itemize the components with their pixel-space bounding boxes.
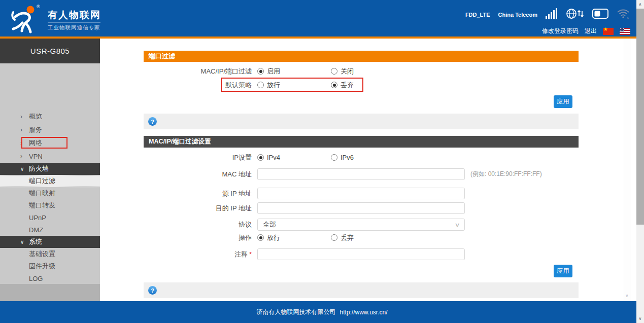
chevron-right-icon: ›: [20, 126, 22, 133]
row-protocol: 协议 全部 ∨: [144, 219, 579, 231]
sidebar-item-port-filter[interactable]: 端口过滤: [0, 175, 100, 187]
row-ip-setting: IP设置 IPv4 IPv6: [144, 152, 579, 163]
required-asterisk: *: [249, 250, 252, 258]
destination-ip-input[interactable]: [257, 202, 465, 214]
radio-icon[interactable]: [257, 234, 264, 241]
row-comment: 注释*: [144, 248, 579, 260]
scroll-up-button[interactable]: ∧: [636, 0, 644, 9]
logout-link[interactable]: 退出: [585, 27, 597, 35]
sidebar-item-firmware-upgrade[interactable]: 固件升级: [0, 260, 100, 272]
row-source-ip: 源 IP 地址: [144, 188, 579, 199]
chevron-down-icon: ∨: [20, 166, 24, 172]
scroll-down-button[interactable]: ∨: [636, 314, 644, 323]
sidebar: USR-G805 › 概览 › 服务 › 网络 › VPN ∨ 防火墙 端口过滤…: [0, 39, 100, 301]
radio-disable[interactable]: 关闭: [331, 67, 404, 76]
sidebar-item-vpn[interactable]: › VPN: [0, 150, 100, 163]
flag-star-icon: ★: [603, 26, 608, 32]
window-scrollbar[interactable]: ∧ ∨: [636, 0, 644, 323]
radio-accept[interactable]: 放行: [257, 81, 331, 90]
radio-icon[interactable]: [257, 82, 264, 88]
registered-mark: ®: [37, 4, 40, 9]
sidebar-item-upnp[interactable]: UPnP: [0, 211, 100, 224]
sidebar-item-services[interactable]: › 服务: [0, 123, 100, 136]
protocol-select[interactable]: 全部 ∨: [257, 219, 465, 231]
globe-data-icon: [566, 8, 584, 21]
sidebar-item-network[interactable]: › 网络: [0, 136, 100, 150]
row-destination-ip: 目的 IP 地址: [144, 202, 579, 214]
flag-canton: [620, 28, 624, 31]
brand-title: 有人物联网: [48, 9, 101, 22]
router-admin-page: ® 有人物联网 工业物联网通信专家 FDD_LTE China Telecom: [0, 0, 644, 323]
sidebar-group-firewall[interactable]: ∨ 防火墙: [0, 163, 100, 175]
radio-action-accept[interactable]: 放行: [257, 233, 331, 242]
sidebar-item-port-mapping[interactable]: 端口映射: [0, 187, 100, 199]
sidebar-item-basic-settings[interactable]: 基础设置: [0, 248, 100, 260]
device-name: USR-G805: [0, 39, 100, 63]
chevron-down-icon: ∨: [20, 239, 24, 245]
footer-company: 济南有人物联网技术有限公司: [256, 308, 335, 316]
help-bar-filter: ?: [144, 114, 579, 129]
radio-icon[interactable]: [257, 68, 264, 75]
radio-drop[interactable]: 丢弃: [331, 81, 404, 90]
carrier-label: China Telecom: [498, 12, 537, 18]
radio-ipv4[interactable]: IPv4: [257, 154, 331, 161]
top-header: ® 有人物联网 工业物联网通信专家 FDD_LTE China Telecom: [0, 0, 644, 37]
chevron-down-icon: ∨: [454, 222, 460, 228]
footer-url: http://www.usr.cn/: [340, 309, 387, 316]
row-mac-ip-port-filter: MAC/IP/端口过滤 启用 关闭: [144, 65, 579, 77]
help-bar-settings: ?: [144, 282, 579, 298]
section-title-port-filter: 端口过滤: [144, 51, 579, 62]
scrollbar-thumb[interactable]: [636, 9, 644, 225]
status-row: FDD_LTE China Telecom: [465, 8, 630, 21]
apply-button-settings[interactable]: 应用: [554, 265, 572, 277]
brand-subtitle: 工业物联网通信专家: [48, 22, 100, 31]
account-row: 修改登录密码 退出 ★: [542, 27, 630, 35]
sidebar-item-log[interactable]: LOG: [0, 272, 100, 284]
row-mac-address: MAC 地址 (例如: 00:1E:90:FF:FF:FF): [144, 168, 579, 180]
svg-text:x: x: [627, 15, 629, 19]
source-ip-input[interactable]: [257, 188, 465, 199]
mac-address-hint: (例如: 00:1E:90:FF:FF:FF): [470, 170, 542, 178]
comment-input[interactable]: [257, 248, 465, 260]
radio-icon[interactable]: [331, 154, 337, 161]
chevron-right-icon: ›: [20, 113, 22, 120]
chevron-right-icon: ›: [20, 152, 22, 160]
row-default-policy: 默认策略 放行 丢弃: [144, 79, 579, 91]
english-language-flag[interactable]: [620, 28, 630, 35]
section-title-filter-settings: MAC/IP/端口过滤设置: [144, 136, 579, 148]
sim-card-icon: [592, 9, 608, 21]
radio-icon[interactable]: [331, 234, 337, 241]
chevron-right-icon: ›: [20, 139, 22, 147]
footer: 济南有人物联网技术有限公司 http://www.usr.cn/: [0, 301, 644, 323]
help-icon[interactable]: ?: [148, 117, 157, 126]
signal-bars-icon: [546, 8, 558, 21]
help-icon[interactable]: ?: [148, 286, 157, 295]
sidebar-group-system[interactable]: ∨ 系统: [0, 236, 100, 248]
radio-icon[interactable]: [257, 154, 264, 161]
sidebar-item-overview[interactable]: › 概览: [0, 110, 100, 123]
radio-enable[interactable]: 启用: [257, 67, 331, 76]
change-password-link[interactable]: 修改登录密码: [542, 27, 579, 35]
sidebar-item-port-forwarding[interactable]: 端口转发: [0, 199, 100, 211]
radio-action-drop[interactable]: 丢弃: [331, 233, 404, 242]
radio-icon[interactable]: [331, 82, 337, 88]
wifi-disabled-icon: x: [617, 9, 630, 21]
row-action: 操作 放行 丢弃: [144, 232, 579, 243]
scroll-down-icon[interactable]: ∨: [625, 293, 629, 298]
content-scrollbar[interactable]: ∨: [624, 39, 631, 301]
apply-button-filter[interactable]: 应用: [554, 95, 572, 108]
mac-address-input[interactable]: [257, 168, 465, 180]
chinese-language-flag[interactable]: ★: [603, 28, 614, 35]
radio-icon[interactable]: [331, 68, 337, 75]
radio-ipv6[interactable]: IPv6: [331, 154, 404, 161]
sidebar-item-dmz[interactable]: DMZ: [0, 224, 100, 236]
network-mode-label: FDD_LTE: [465, 12, 490, 18]
